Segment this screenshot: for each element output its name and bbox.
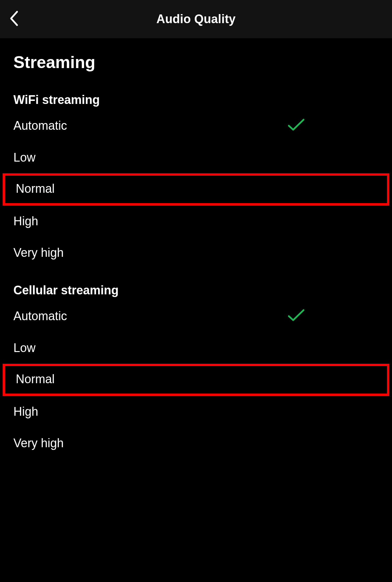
wifi-option-normal[interactable]: Normal [3,173,389,206]
wifi-option-normal-label: Normal [16,182,55,196]
cellular-option-low-label: Low [13,341,36,355]
wifi-option-veryhigh[interactable]: Very high [0,237,392,269]
check-icon [287,309,305,324]
cellular-option-normal[interactable]: Normal [3,364,389,396]
wifi-option-low-label: Low [13,151,36,165]
cellular-option-veryhigh-label: Very high [13,436,64,450]
subsection-cellular-title: Cellular streaming [0,269,392,300]
wifi-option-automatic-label: Automatic [13,119,67,133]
cellular-option-automatic[interactable]: Automatic [0,300,392,332]
check-icon [287,118,305,133]
cellular-option-low[interactable]: Low [0,332,392,364]
wifi-option-low[interactable]: Low [0,142,392,173]
back-button[interactable] [9,10,19,28]
page-title: Audio Quality [0,12,392,26]
section-title-streaming: Streaming [0,39,392,78]
chevron-left-icon [9,10,19,28]
cellular-option-high[interactable]: High [0,396,392,427]
wifi-option-veryhigh-label: Very high [13,246,64,260]
cellular-option-normal-label: Normal [16,372,55,386]
subsection-wifi-title: WiFi streaming [0,78,392,110]
header-bar: Audio Quality [0,0,392,39]
content-area: Streaming WiFi streaming Automatic Low N… [0,39,392,459]
wifi-option-high-label: High [13,214,38,228]
wifi-option-high[interactable]: High [0,206,392,237]
cellular-option-automatic-label: Automatic [13,309,67,323]
cellular-option-veryhigh[interactable]: Very high [0,427,392,459]
wifi-option-automatic[interactable]: Automatic [0,110,392,142]
cellular-option-high-label: High [13,405,38,419]
